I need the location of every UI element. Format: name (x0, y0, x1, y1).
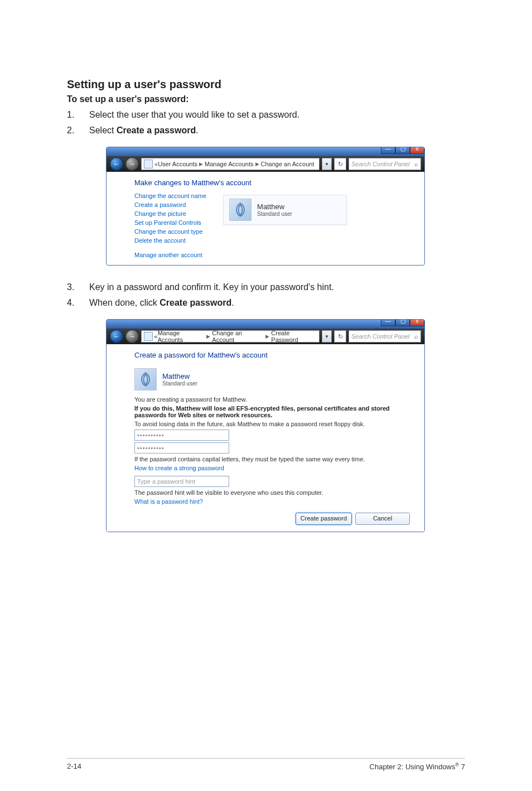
step-bold: Create a password (117, 126, 196, 135)
step-number: 2. (67, 126, 89, 136)
avatar (134, 368, 157, 390)
warning-text: If you do this, Matthew will lose all EF… (134, 405, 415, 418)
password-hint-link[interactable]: What is a password hint? (134, 498, 203, 505)
search-input[interactable]: Search Control Panel ⌕ (349, 330, 421, 343)
breadcrumb-icon (144, 332, 153, 341)
avatar-icon (138, 372, 153, 387)
new-password-input[interactable]: •••••••••• (134, 430, 229, 441)
confirm-password-input[interactable]: •••••••••• (134, 442, 229, 454)
parental-controls-link[interactable]: Set up Parental Controls (134, 219, 206, 226)
user-type: Standard user (257, 211, 292, 217)
refresh-button[interactable]: ↻ (334, 158, 346, 170)
manage-another-link[interactable]: Manage another account (134, 252, 206, 258)
user-name: Matthew (162, 372, 197, 380)
content-area: Make changes to Matthew's account Change… (107, 172, 424, 265)
page-heading: Make changes to Matthew's account (134, 179, 415, 187)
search-icon: ⌕ (414, 333, 418, 340)
step-number: 1. (67, 110, 89, 120)
section-subheading: To set up a user's password: (67, 94, 465, 104)
breadcrumb-dropdown[interactable]: ▼ (322, 330, 332, 343)
breadcrumb[interactable]: « Manage Accounts ▶ Change an Account ▶ … (141, 330, 320, 343)
back-button[interactable]: ← (110, 157, 123, 171)
chevron-right-icon: ▶ (197, 161, 205, 167)
create-password-link[interactable]: Create a password (134, 201, 206, 208)
user-tile[interactable]: Matthew Standard user (223, 195, 347, 225)
breadcrumb-icon (144, 160, 153, 168)
avatar-icon (233, 202, 248, 218)
caps-note: If the password contains capital letters… (134, 456, 415, 462)
step-prefix: Select (89, 126, 117, 135)
password-hint-input[interactable]: Type a password hint (134, 476, 229, 487)
breadcrumb-crumb[interactable]: User Accounts (158, 161, 197, 167)
chevron-right-icon: ▶ (264, 334, 271, 339)
avatar (229, 199, 252, 221)
breadcrumb[interactable]: « User Accounts ▶ Manage Accounts ▶ Chan… (141, 158, 320, 170)
hint-note: The password hint will be visible to eve… (134, 489, 415, 496)
chevron-right-icon: ▶ (205, 334, 212, 339)
steps-list-b: 3. Key in a password and confirm it. Key… (67, 282, 465, 308)
maximize-button[interactable]: ▢ (395, 147, 410, 154)
section-title: Setting up a user's password (67, 78, 465, 91)
page-heading: Create a password for Matthew's account (134, 351, 415, 359)
step-text: Select the user that you would like to s… (89, 110, 465, 120)
user-tile: Matthew Standard user (134, 365, 252, 394)
step-prefix: When done, click (89, 298, 159, 307)
change-name-link[interactable]: Change the account name (134, 192, 206, 199)
minimize-button[interactable]: — (381, 319, 395, 326)
create-password-window: — ▢ x ← → « Manage Accounts ▶ Change an … (106, 319, 425, 532)
change-picture-link[interactable]: Change the picture (134, 210, 206, 217)
create-password-button[interactable]: Create password (296, 513, 352, 525)
search-icon: ⌕ (414, 161, 418, 167)
info-line: To avoid losing data in the future, ask … (134, 421, 415, 427)
page-footer: 2-14 Chapter 2: Using Windows® 7 (67, 758, 465, 771)
forward-button[interactable]: → (125, 330, 139, 343)
navbar: ← → « Manage Accounts ▶ Change an Accoun… (107, 329, 424, 344)
user-type: Standard user (162, 380, 197, 387)
step-suffix: . (231, 298, 234, 307)
info-line: You are creating a password for Matthew. (134, 396, 415, 403)
task-links: Change the account name Create a passwor… (134, 192, 206, 258)
chapter-label: Chapter 2: Using Windows® 7 (370, 762, 465, 771)
titlebar: — ▢ x (107, 147, 424, 156)
step-suffix: . (196, 126, 198, 135)
breadcrumb-crumb[interactable]: Create Password (271, 330, 317, 343)
page-number: 2-14 (67, 762, 81, 771)
step-bold: Create password (159, 298, 231, 307)
chapter-prefix: Chapter 2: Using Windows (370, 763, 456, 771)
user-name: Matthew (257, 202, 292, 211)
button-row: Create password Cancel (134, 513, 415, 525)
delete-account-link[interactable]: Delete the account (134, 237, 206, 244)
maximize-button[interactable]: ▢ (395, 319, 410, 326)
breadcrumb-crumb[interactable]: Change an Account (212, 330, 264, 343)
breadcrumb-crumb[interactable]: Manage Accounts (205, 161, 253, 167)
search-placeholder: Search Control Panel (351, 333, 410, 340)
titlebar: — ▢ x (107, 320, 424, 329)
steps-list-a: 1. Select the user that you would like t… (67, 110, 465, 136)
step-number: 3. (67, 282, 89, 292)
change-account-window: — ▢ x ← → « User Accounts ▶ Manage Accou… (106, 147, 425, 266)
step-number: 4. (67, 298, 89, 308)
back-button[interactable]: ← (110, 330, 123, 343)
chevron-right-icon: ▶ (254, 161, 261, 167)
breadcrumb-crumb[interactable]: Manage Accounts (158, 330, 205, 343)
strong-password-link[interactable]: How to create a strong password (134, 465, 224, 471)
search-placeholder: Search Control Panel (351, 161, 410, 167)
navbar: ← → « User Accounts ▶ Manage Accounts ▶ … (107, 156, 424, 172)
search-input[interactable]: Search Control Panel ⌕ (349, 158, 421, 170)
breadcrumb-dropdown[interactable]: ▼ (322, 158, 332, 170)
cancel-button[interactable]: Cancel (355, 513, 410, 525)
minimize-button[interactable]: — (381, 147, 395, 154)
breadcrumb-crumb[interactable]: Change an Account (261, 161, 315, 167)
refresh-button[interactable]: ↻ (334, 330, 346, 343)
chapter-suffix: 7 (459, 763, 465, 771)
step-text: Key in a password and confirm it. Key in… (89, 282, 465, 292)
step-text: Select Create a password. (89, 126, 465, 136)
forward-button[interactable]: → (125, 157, 139, 171)
close-button[interactable]: x (410, 319, 424, 326)
close-button[interactable]: x (410, 147, 424, 154)
content-area: Create a password for Matthew's account … (107, 344, 424, 532)
change-type-link[interactable]: Change the account type (134, 228, 206, 235)
step-text: When done, click Create password. (89, 298, 465, 308)
